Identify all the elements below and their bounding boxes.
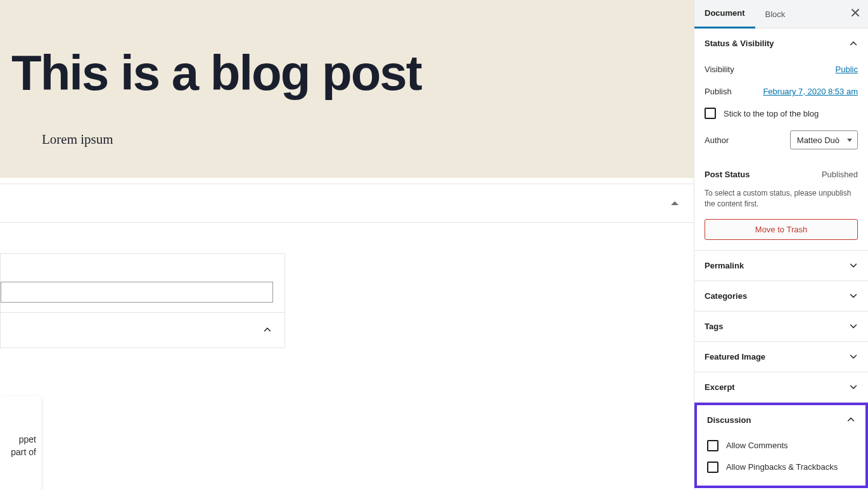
move-to-trash-button[interactable]: Move to Trash	[705, 219, 858, 240]
panel-head-categories[interactable]: Categories	[694, 281, 868, 311]
allow-pingbacks-checkbox[interactable]	[707, 462, 718, 473]
panel-title-tags: Tags	[705, 322, 723, 331]
author-label: Author	[705, 135, 729, 145]
tooltip-line-2: part of	[0, 447, 36, 457]
panel-title-discussion: Discussion	[707, 415, 751, 425]
chevron-down-icon	[849, 291, 858, 300]
floating-tooltip: ppet part of	[0, 396, 41, 490]
sticky-label: Stick to the top of the blog	[724, 109, 819, 118]
allow-pingbacks-label: Allow Pingbacks & Trackbacks	[726, 462, 838, 472]
visibility-value-link[interactable]: Public	[836, 65, 858, 74]
panel-head-tags[interactable]: Tags	[694, 311, 868, 341]
post-body-paragraph[interactable]: Lorem ipsum	[0, 97, 694, 148]
title-band: This is a blog post Lorem ipsum	[0, 0, 694, 178]
tooltip-line-1: ppet	[0, 434, 36, 444]
author-select[interactable]: Matteo Duò	[790, 130, 858, 149]
chevron-up-icon	[263, 325, 272, 334]
panel-tags: Tags	[694, 311, 868, 342]
panel-head-featured-image[interactable]: Featured Image	[694, 342, 868, 372]
chevron-down-icon	[849, 352, 858, 361]
editor-below: ppet part of	[0, 184, 694, 490]
close-icon	[850, 8, 860, 18]
panel-title-permalink: Permalink	[705, 261, 744, 270]
chevron-up-icon	[849, 39, 858, 48]
panel-status-visibility: Status & Visibility Visibility Public Pu…	[694, 28, 868, 251]
author-value: Matteo Duò	[797, 135, 839, 145]
panel-title-featured-image: Featured Image	[705, 352, 765, 361]
tab-document[interactable]: Document	[694, 0, 755, 28]
publish-label: Publish	[705, 87, 732, 96]
panel-title-excerpt: Excerpt	[705, 382, 735, 392]
close-sidebar-button[interactable]	[850, 8, 860, 20]
publish-date-link[interactable]: February 7, 2020 8:53 am	[763, 87, 858, 96]
chevron-up-icon	[846, 415, 855, 424]
panel-head-discussion[interactable]: Discussion	[697, 405, 865, 435]
chevron-down-icon	[849, 261, 858, 270]
sticky-checkbox[interactable]	[705, 108, 716, 119]
panel-permalink: Permalink	[694, 251, 868, 281]
panel-title-status: Status & Visibility	[705, 39, 774, 48]
text-input[interactable]	[1, 282, 273, 303]
tab-block[interactable]: Block	[755, 0, 796, 28]
panel-discussion: Discussion Allow Comments Allow Pingback…	[694, 403, 868, 488]
panel-featured-image: Featured Image	[694, 342, 868, 372]
triangle-up-icon	[671, 201, 679, 205]
metabox-partial	[0, 253, 285, 313]
allow-comments-checkbox[interactable]	[707, 440, 718, 451]
sidebar-tabs: Document Block	[694, 0, 868, 28]
chevron-down-icon	[849, 382, 858, 391]
allow-comments-label: Allow Comments	[726, 441, 788, 450]
visibility-label: Visibility	[705, 65, 734, 74]
chevron-down-icon	[849, 322, 858, 330]
settings-sidebar: Document Block Status & Visibility Visib…	[694, 0, 868, 490]
panel-excerpt: Excerpt	[694, 372, 868, 403]
panel-title-categories: Categories	[705, 291, 747, 301]
collapse-bar[interactable]	[0, 184, 694, 223]
editor-canvas: This is a blog post Lorem ipsum ppet par…	[0, 0, 694, 490]
panel-head-permalink[interactable]: Permalink	[694, 251, 868, 280]
panel-categories: Categories	[694, 281, 868, 311]
panel-head-excerpt[interactable]: Excerpt	[694, 372, 868, 402]
metabox-partial-2	[0, 313, 285, 348]
post-status-value: Published	[822, 170, 858, 179]
status-hint: To select a custom status, please unpubl…	[705, 182, 858, 219]
post-title[interactable]: This is a blog post	[0, 0, 694, 97]
panel-head-status[interactable]: Status & Visibility	[694, 28, 868, 58]
post-status-label: Post Status	[705, 170, 750, 179]
